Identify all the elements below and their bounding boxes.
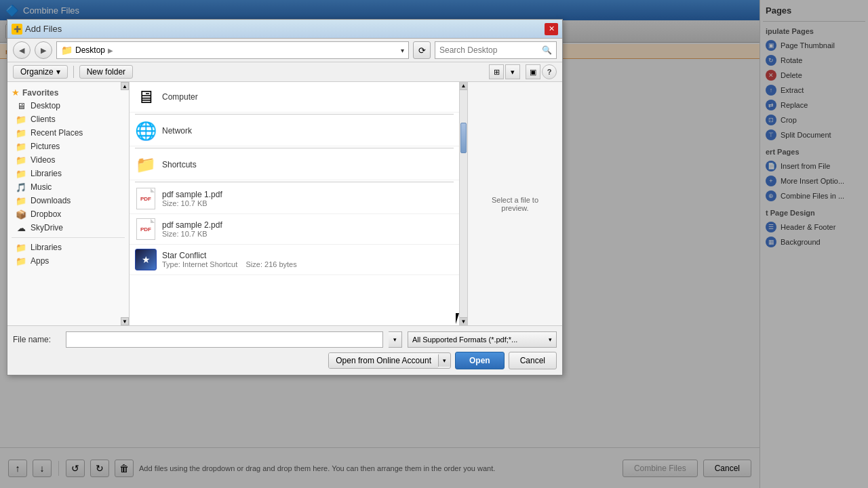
file-buttons-row: Open from Online Account ▾ Open Cancel xyxy=(13,352,557,369)
new-folder-button[interactable]: New folder xyxy=(79,65,133,79)
add-files-icon: ➕ xyxy=(12,24,22,35)
videos-icon: 📁 xyxy=(16,155,26,165)
shortcuts-name: Shortcuts xyxy=(162,160,454,169)
refresh-button[interactable]: ⟳ xyxy=(413,41,431,59)
address-box[interactable]: 📁 Desktop ▶ ▾ xyxy=(56,41,409,59)
nav-item-videos[interactable]: 📁 Videos xyxy=(7,153,129,167)
computer-file-icon: 🖥 xyxy=(135,86,157,108)
nav-item-apps[interactable]: 📁 Apps xyxy=(7,254,129,268)
file-toolbar: Organize ▾ New folder ⊞ ▾ ▣ ? xyxy=(7,62,562,82)
file-type-dropdown[interactable]: All Supported Formats (*.pdf;*... ▾ xyxy=(408,331,557,348)
open-button[interactable]: Open xyxy=(455,352,505,369)
videos-label: Videos xyxy=(31,155,55,165)
pictures-icon: 📁 xyxy=(16,142,26,151)
search-icon: 🔍 xyxy=(542,45,552,55)
format-dropdown-arrow: ▾ xyxy=(549,336,552,343)
forward-button[interactable]: ▶ xyxy=(35,41,52,59)
downloads-icon: 📁 xyxy=(16,196,26,205)
toolbar-separator xyxy=(73,66,74,78)
divider3 xyxy=(135,182,454,182)
file-name-input[interactable] xyxy=(66,331,383,348)
file-item-network[interactable]: 🌐 Network xyxy=(130,116,459,146)
network-name: Network xyxy=(162,126,454,136)
pdf1-name: pdf sample 1.pdf xyxy=(162,190,454,199)
organize-button[interactable]: Organize ▾ xyxy=(13,65,68,79)
music-icon: 🎵 xyxy=(16,182,26,192)
favorites-header: ★ Favorites xyxy=(7,85,129,99)
pdf2-info: pdf sample 2.pdf Size: 10.7 KB xyxy=(162,220,454,238)
nav-item-libraries-2[interactable]: 📁 Libraries xyxy=(7,241,129,254)
file-item-pdf2[interactable]: PDF pdf sample 2.pdf Size: 10.7 KB xyxy=(130,214,459,245)
left-nav-scroll-down[interactable]: ▼ xyxy=(121,317,129,325)
file-item-star-conflict[interactable]: ★ Star Conflict Type: Internet Shortcut … xyxy=(130,245,459,275)
libraries-label: Libraries xyxy=(31,169,62,178)
file-item-pdf1[interactable]: PDF pdf sample 1.pdf Size: 10.7 KB xyxy=(130,184,459,214)
divider2 xyxy=(135,148,454,148)
file-list-area: 🖥 Computer 🌐 Network xyxy=(130,82,467,325)
cancel-button[interactable]: Cancel xyxy=(509,352,557,369)
file-name-dropdown[interactable]: ▾ xyxy=(389,331,402,348)
pdf-icon-2: PDF xyxy=(136,218,155,240)
star-conflict-name: Star Conflict xyxy=(162,251,454,260)
desktop-icon: 🖥 xyxy=(16,101,26,110)
computer-name: Computer xyxy=(162,92,454,102)
open-online-button[interactable]: Open from Online Account xyxy=(329,353,438,368)
new-folder-label: New folder xyxy=(87,67,125,77)
nav-item-pictures[interactable]: 📁 Pictures xyxy=(7,140,129,153)
nav-item-desktop[interactable]: 🖥 Desktop xyxy=(7,99,129,113)
pdf2-name: pdf sample 2.pdf xyxy=(162,220,454,230)
libraries-icon: 📁 xyxy=(16,169,26,178)
nav-item-clients[interactable]: 📁 Clients xyxy=(7,113,129,126)
view-options-button[interactable]: ▾ xyxy=(505,64,520,79)
left-nav: ★ Favorites 🖥 Desktop 📁 Clients 📁 Recent… xyxy=(7,82,130,325)
nav-item-music[interactable]: 🎵 Music xyxy=(7,180,129,194)
back-button[interactable]: ◀ xyxy=(13,41,31,59)
nav-item-skydrive[interactable]: ☁ SkyDrive xyxy=(7,221,129,235)
address-dropdown-btn[interactable]: ▾ xyxy=(401,47,404,54)
desktop-label: Desktop xyxy=(31,101,60,110)
network-file-icon: 🌐 xyxy=(135,120,157,142)
file-browser-body: ★ Favorites 🖥 Desktop 📁 Clients 📁 Recent… xyxy=(7,82,562,326)
apps-label: Apps xyxy=(31,256,49,266)
address-bar: ◀ ▶ 📁 Desktop ▶ ▾ ⟳ 🔍 xyxy=(7,39,562,62)
preview-toggle-button[interactable]: ▣ xyxy=(526,64,540,79)
star-conflict-type: Type: Internet Shortcut Size: 216 bytes xyxy=(162,260,454,268)
search-input[interactable] xyxy=(439,45,539,55)
view-buttons: ⊞ ▾ ▣ ? xyxy=(489,64,557,79)
left-nav-scroll-up[interactable]: ▲ xyxy=(121,82,129,90)
nav-item-libraries[interactable]: 📁 Libraries xyxy=(7,167,129,180)
network-file-info: Network xyxy=(162,126,454,136)
scroll-down-arrow[interactable]: ▼ xyxy=(460,317,467,325)
nav-item-downloads[interactable]: 📁 Downloads xyxy=(7,194,129,207)
search-box[interactable]: 🔍 xyxy=(435,41,557,59)
file-list-scroll[interactable]: 🖥 Computer 🌐 Network xyxy=(130,82,459,325)
file-item-computer[interactable]: 🖥 Computer xyxy=(130,82,459,113)
file-dialog-titlebar: ➕ Add Files ✕ xyxy=(7,20,562,39)
clients-label: Clients xyxy=(31,115,56,124)
divider1 xyxy=(135,114,454,115)
recent-label: Recent Places xyxy=(31,128,83,138)
nav-item-dropbox[interactable]: 📦 Dropbox xyxy=(7,207,129,221)
scroll-up-arrow[interactable]: ▲ xyxy=(460,82,467,90)
star-conflict-thumbnail: ★ xyxy=(135,249,157,270)
nav-item-recent-places[interactable]: 📁 Recent Places xyxy=(7,126,129,140)
file-list-scrollbar[interactable]: ▲ ▼ xyxy=(459,82,467,325)
file-name-label: File name: xyxy=(13,335,60,344)
file-item-shortcuts[interactable]: 📁 Shortcuts xyxy=(130,150,459,180)
open-online-dropdown[interactable]: ▾ xyxy=(438,354,450,367)
star-conflict-info: Star Conflict Type: Internet Shortcut Si… xyxy=(162,251,454,268)
file-dialog-close-button[interactable]: ✕ xyxy=(545,23,558,35)
address-current: Desktop xyxy=(75,45,105,55)
change-view-button[interactable]: ⊞ xyxy=(489,64,504,79)
downloads-label: Downloads xyxy=(31,196,71,205)
scrollbar-thumb[interactable] xyxy=(460,123,467,153)
skydrive-label: SkyDrive xyxy=(31,223,63,232)
pdf1-icon: PDF xyxy=(135,188,157,209)
help-button[interactable]: ? xyxy=(542,64,557,79)
preview-text: Select a file topreview. xyxy=(492,196,538,212)
apps-icon: 📁 xyxy=(16,256,26,266)
pdf2-meta: Size: 10.7 KB xyxy=(162,230,454,238)
nav-separator xyxy=(12,237,125,238)
recent-icon: 📁 xyxy=(16,128,26,138)
file-dialog: ➕ Add Files ✕ ◀ ▶ 📁 Desktop ▶ ▾ ⟳ 🔍 Orga… xyxy=(7,19,563,375)
